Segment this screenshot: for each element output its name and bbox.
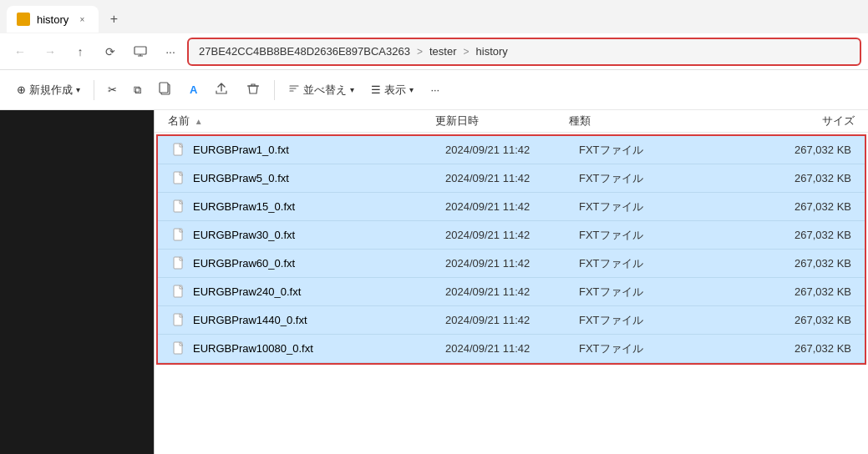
breadcrumb-part3: history (476, 45, 508, 58)
forward-button[interactable]: → (37, 38, 63, 65)
toolbar-separator-2 (274, 80, 275, 100)
new-label: 新規作成 (29, 83, 73, 98)
file-date: 2024/09/21 11:42 (445, 172, 579, 184)
file-type: FXTファイル (579, 313, 688, 328)
delete-icon (246, 81, 261, 98)
back-button[interactable]: ← (7, 38, 33, 65)
computer-button[interactable] (127, 38, 154, 65)
up-button[interactable]: ↑ (67, 38, 94, 65)
file-name: EURGBPraw240_0.fxt (193, 285, 445, 298)
tab-close-button[interactable]: × (75, 13, 89, 26)
breadcrumb-sep2: > (464, 46, 470, 58)
file-size: 267,032 KB (688, 144, 851, 156)
file-icon (171, 199, 186, 214)
tab-history[interactable]: history × (7, 6, 99, 33)
file-name: EURGBPraw30_0.fxt (193, 229, 445, 241)
file-date: 2024/09/21 11:42 (445, 257, 579, 270)
breadcrumb-sep1: > (417, 46, 423, 58)
file-date: 2024/09/21 11:42 (445, 229, 579, 241)
rename-icon: A (190, 83, 197, 96)
address-bar[interactable]: 27BE42CC4BB8BE48D2636E897BCA3263 > teste… (187, 38, 861, 66)
nav-bar: ← → ↑ ⟳ ··· 27BE42CC4BB8BE48D2636E897BCA… (0, 33, 868, 70)
name-sort-arrow: ▲ (195, 117, 203, 126)
cut-button[interactable]: ✂ (101, 80, 124, 99)
col-type-header[interactable]: 種類 (569, 114, 678, 129)
table-row[interactable]: EURGBPraw1440_0.fxt 2024/09/21 11:42 FXT… (158, 306, 865, 335)
more-nav-button[interactable]: ··· (157, 38, 184, 65)
new-tab-button[interactable]: + (102, 8, 125, 31)
table-row[interactable]: EURGBPraw30_0.fxt 2024/09/21 11:42 FXTファ… (158, 221, 865, 250)
file-icon (171, 285, 186, 300)
file-date: 2024/09/21 11:42 (445, 342, 579, 355)
file-type: FXTファイル (579, 256, 688, 271)
file-size: 267,032 KB (688, 257, 851, 270)
col-name-header[interactable]: 名前 ▲ (168, 114, 435, 129)
sort-icon (288, 83, 300, 97)
table-row[interactable]: EURGBPraw15_0.fxt 2024/09/21 11:42 FXTファ… (158, 193, 865, 221)
table-row[interactable]: EURGBPraw1_0.fxt 2024/09/21 11:42 FXTファイ… (158, 136, 865, 164)
file-name: EURGBPraw60_0.fxt (193, 257, 445, 270)
new-dropdown-icon: ▾ (76, 85, 80, 94)
table-row[interactable]: EURGBPraw5_0.fxt 2024/09/21 11:42 FXTファイ… (158, 164, 865, 193)
file-name: EURGBPraw15_0.fxt (193, 200, 445, 213)
copy-button[interactable]: ⧉ (127, 80, 148, 100)
file-name: EURGBPraw1_0.fxt (193, 144, 445, 156)
toolbar-separator-1 (94, 80, 94, 100)
col-size-header[interactable]: サイズ (678, 114, 855, 129)
view-label: 表示 (384, 83, 406, 98)
file-type: FXTファイル (579, 199, 688, 214)
toolbar: ⊕ 新規作成 ▾ ✂ ⧉ A 並べ替え ▾ ☰ 表示 ▾ ·· (0, 70, 868, 110)
sort-button[interactable]: 並べ替え ▾ (282, 79, 361, 101)
file-name: EURGBPraw10080_0.fxt (193, 342, 445, 355)
table-row[interactable]: EURGBPraw10080_0.fxt 2024/09/21 11:42 FX… (158, 335, 865, 363)
title-bar: history × + (0, 0, 868, 33)
file-date: 2024/09/21 11:42 (445, 314, 579, 326)
col-date-header[interactable]: 更新日時 (435, 114, 569, 129)
copy-icon: ⧉ (134, 83, 141, 97)
file-icon (171, 171, 186, 186)
file-name: EURGBPraw5_0.fxt (193, 172, 445, 184)
file-type: FXTファイル (579, 171, 688, 186)
share-icon (214, 81, 229, 98)
paste-button[interactable] (151, 78, 180, 102)
file-icon (171, 256, 186, 271)
folder-icon (17, 13, 30, 26)
new-icon: ⊕ (17, 83, 26, 96)
file-date: 2024/09/21 11:42 (445, 144, 579, 156)
file-size: 267,032 KB (688, 285, 851, 298)
file-type: FXTファイル (579, 341, 688, 356)
file-type: FXTファイル (579, 143, 688, 158)
file-icon (171, 143, 186, 158)
refresh-button[interactable]: ⟳ (97, 38, 124, 65)
svg-rect-0 (135, 47, 146, 54)
left-panel (0, 110, 155, 454)
file-area: 名前 ▲ 更新日時 種類 サイズ EURGBPraw1_0.fxt 2024/0… (155, 110, 868, 454)
svg-rect-2 (160, 83, 168, 93)
new-button[interactable]: ⊕ 新規作成 ▾ (10, 79, 87, 101)
breadcrumb-part2: tester (429, 45, 457, 58)
file-list-selection: EURGBPraw1_0.fxt 2024/09/21 11:42 FXTファイ… (156, 134, 866, 365)
content-area: 名前 ▲ 更新日時 種類 サイズ EURGBPraw1_0.fxt 2024/0… (0, 110, 868, 454)
view-dropdown-icon: ▾ (409, 85, 414, 94)
more-toolbar-button[interactable]: ··· (424, 80, 446, 99)
sort-label: 並べ替え (303, 83, 347, 98)
view-icon: ☰ (371, 83, 381, 96)
table-row[interactable]: EURGBPraw240_0.fxt 2024/09/21 11:42 FXTフ… (158, 278, 865, 306)
sort-dropdown-icon: ▾ (350, 85, 354, 94)
breadcrumb-part1: 27BE42CC4BB8BE48D2636E897BCA3263 (199, 45, 410, 58)
rename-button[interactable]: A (183, 80, 204, 99)
file-icon (171, 228, 186, 243)
paste-icon (158, 81, 173, 98)
view-button[interactable]: ☰ 表示 ▾ (364, 79, 420, 101)
file-size: 267,032 KB (688, 229, 851, 241)
file-type: FXTファイル (579, 285, 688, 300)
table-row[interactable]: EURGBPraw60_0.fxt 2024/09/21 11:42 FXTファ… (158, 250, 865, 278)
file-size: 267,032 KB (688, 314, 851, 326)
column-headers: 名前 ▲ 更新日時 種類 サイズ (155, 110, 868, 133)
file-size: 267,032 KB (688, 200, 851, 213)
file-icon (171, 341, 186, 356)
share-button[interactable] (207, 78, 236, 102)
delete-button[interactable] (239, 78, 267, 102)
file-list: EURGBPraw1_0.fxt 2024/09/21 11:42 FXTファイ… (158, 136, 865, 363)
file-name: EURGBPraw1440_0.fxt (193, 314, 445, 326)
